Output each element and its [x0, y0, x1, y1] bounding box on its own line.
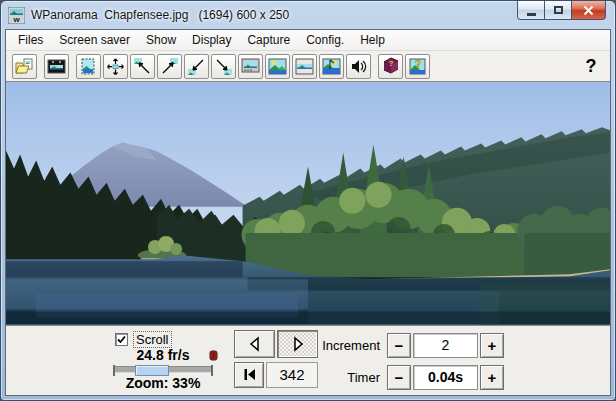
- open-file-button[interactable]: [12, 54, 37, 79]
- svg-text:?: ?: [389, 58, 394, 67]
- minimize-button[interactable]: [517, 1, 545, 20]
- maximize-button[interactable]: [545, 1, 572, 20]
- about-image-button[interactable]: ?: [405, 54, 430, 79]
- letterbox-view-button[interactable]: [292, 54, 317, 79]
- letterbox-view-icon: [295, 57, 314, 76]
- panorama-viewport[interactable]: [6, 81, 610, 326]
- timer-minus-button[interactable]: −: [387, 365, 411, 390]
- menu-screen-saver[interactable]: Screen saver: [51, 31, 138, 49]
- close-button[interactable]: [572, 1, 606, 20]
- context-help-button[interactable]: ?: [578, 53, 604, 79]
- pan-free-icon: [106, 57, 125, 76]
- close-icon: [583, 5, 594, 16]
- app-icon: w: [8, 7, 25, 24]
- full-image-icon: [268, 57, 287, 76]
- scroll-down-right-button[interactable]: [211, 54, 236, 79]
- help-book-button[interactable]: ?: [378, 54, 403, 79]
- menu-help[interactable]: Help: [352, 31, 393, 49]
- zoom-slider[interactable]: [115, 366, 211, 373]
- pan-free-button[interactable]: [103, 54, 128, 79]
- help-book-icon: ?: [381, 57, 400, 76]
- svg-text:?: ?: [415, 58, 422, 70]
- scroll-down-right-icon: [214, 57, 233, 76]
- panorama-image: [6, 82, 610, 325]
- menu-show[interactable]: Show: [138, 31, 184, 49]
- framerate-value: 24.8 fr/s: [110, 347, 216, 363]
- open-file-icon: [15, 57, 34, 76]
- window-mode-icon: [79, 57, 98, 76]
- menu-files[interactable]: Files: [10, 31, 51, 49]
- scroll-up-right-button[interactable]: [157, 54, 182, 79]
- caption-buttons: [517, 1, 606, 20]
- menu-capture[interactable]: Capture: [239, 31, 298, 49]
- increment-value-field[interactable]: 2: [413, 333, 478, 358]
- wpanorama-window: w WPanorama Chapfensee.jpg (1694) 600 x …: [0, 0, 616, 401]
- increment-plus-button[interactable]: +: [480, 333, 504, 358]
- timer-plus-button[interactable]: +: [480, 365, 504, 390]
- menu-bar: Files Screen saver Show Display Capture …: [6, 30, 610, 51]
- speed-indicator-icon: [209, 350, 218, 361]
- title-bar: w WPanorama Chapfensee.jpg (1694) 600 x …: [1, 1, 615, 29]
- menu-config[interactable]: Config.: [298, 31, 352, 49]
- control-panel: Scroll 24.8 fr/s Zoom: 33%: [6, 326, 610, 396]
- increment-minus-button[interactable]: −: [387, 333, 411, 358]
- timer-value-field[interactable]: 0.04s: [413, 365, 478, 390]
- maximize-icon: [554, 6, 563, 14]
- scroll-left-button[interactable]: [234, 330, 275, 358]
- timer-label: Timer: [284, 370, 380, 385]
- screensaver-preview-button[interactable]: [238, 54, 263, 79]
- scroll-down-left-button[interactable]: [184, 54, 209, 79]
- slideshow-button[interactable]: [319, 54, 344, 79]
- window-content: Files Screen saver Show Display Capture …: [5, 29, 611, 396]
- left-arrow-icon: [247, 336, 263, 352]
- menu-display[interactable]: Display: [184, 31, 239, 49]
- full-image-button[interactable]: [265, 54, 290, 79]
- panorama-dark-icon: [47, 57, 66, 76]
- window-title: WPanorama Chapfensee.jpg (1694) 600 x 25…: [31, 8, 289, 22]
- scroll-checkbox[interactable]: [115, 333, 128, 346]
- go-to-start-button[interactable]: [234, 362, 264, 388]
- increment-label: Increment: [284, 338, 380, 353]
- toolbar: ? ? ?: [6, 51, 610, 81]
- sound-button[interactable]: [346, 54, 371, 79]
- slideshow-icon: [322, 57, 341, 76]
- scroll-up-left-button[interactable]: [130, 54, 155, 79]
- scroll-checkbox-label[interactable]: Scroll: [133, 331, 172, 348]
- scroll-up-right-icon: [160, 57, 179, 76]
- minimize-icon: [527, 13, 536, 16]
- scroll-down-left-icon: [187, 57, 206, 76]
- panorama-dark-button[interactable]: [44, 54, 69, 79]
- scroll-up-left-icon: [133, 57, 152, 76]
- skip-to-start-icon: [242, 367, 257, 382]
- screensaver-preview-icon: [241, 57, 260, 76]
- svg-text:w: w: [12, 15, 20, 24]
- sound-icon: [349, 57, 368, 76]
- check-icon: [116, 334, 127, 345]
- about-image-icon: ?: [408, 57, 427, 76]
- window-mode-button[interactable]: [76, 54, 101, 79]
- zoom-label: Zoom: 33%: [108, 375, 218, 391]
